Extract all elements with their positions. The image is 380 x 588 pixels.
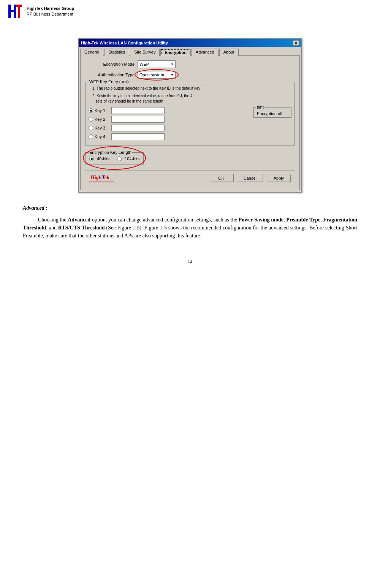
titlebar-buttons: × xyxy=(293,40,299,46)
tab-encryption[interactable]: Encryption xyxy=(160,49,190,56)
tab-site-survey[interactable]: Site Survey xyxy=(130,49,160,56)
key1-label: Key 1: xyxy=(95,108,110,113)
wep-key-group: WEP Key Entry (hex) 1. The radio button … xyxy=(85,82,295,145)
enc-40bits-option: 40-bits xyxy=(89,156,109,161)
page-number: 12 xyxy=(0,255,380,268)
dialog-panel: Encryption Mode WEP ▼ Authentication Typ… xyxy=(80,55,300,190)
screenshot-container: High-Tek Wireless LAN Configuration Util… xyxy=(23,38,357,193)
titlebar: High-Tek Wireless LAN Configuration Util… xyxy=(79,39,301,47)
enc-104bits-option: 104-bits xyxy=(117,156,139,161)
company-name: HighTek Harness Group xyxy=(27,6,74,11)
encryption-mode-label: Encryption Mode xyxy=(85,62,135,66)
cancel-button[interactable]: Cancel xyxy=(237,174,263,182)
keys-column: Key 1: Key 2: xyxy=(89,107,250,142)
auth-type-row: Authentication Type Open system ▼ xyxy=(85,71,295,79)
dialog-buttons-row: HighTek_ OK Cancel Apply xyxy=(85,171,295,185)
apply-button[interactable]: Apply xyxy=(266,174,291,182)
auth-dropdown-arrow-icon: ▼ xyxy=(171,73,174,77)
dropdown-arrow-icon: ▼ xyxy=(171,63,174,66)
enc-key-length-title: Encryption Key Length xyxy=(89,150,132,155)
bold-advanced: Advanced xyxy=(68,217,90,223)
hightek-logo: HighTek_ xyxy=(89,174,114,182)
hint-text: Encryption off xyxy=(257,111,288,116)
key1-input[interactable] xyxy=(111,107,165,114)
enc-key-options: 40-bits 104-bits xyxy=(89,156,139,161)
company-logo xyxy=(8,4,23,19)
section-heading: Advanced : xyxy=(23,204,357,212)
tab-advanced[interactable]: Advanced xyxy=(192,49,218,56)
tab-statistics[interactable]: Statistics xyxy=(104,49,129,56)
encryption-mode-select[interactable]: WEP ▼ xyxy=(138,60,176,68)
body-paragraph: Choosing the Advanced option, you can ch… xyxy=(23,216,357,240)
key4-input[interactable] xyxy=(111,133,165,140)
close-button[interactable]: × xyxy=(293,40,299,46)
enc-104bits-radio[interactable] xyxy=(117,156,122,161)
key2-input[interactable] xyxy=(111,116,165,123)
enc-key-length-section: Encryption Key Length 40-bits 104-bits xyxy=(85,149,295,168)
body-text: Advanced : Choosing the Advanced option,… xyxy=(23,204,357,240)
paragraph-indent: Choosing the Advanced option, you can ch… xyxy=(38,217,239,223)
company-info: HighTek Harness Group RF Business Depart… xyxy=(27,6,74,17)
bold-preamble-type: Preamble Type xyxy=(286,217,320,223)
key2-row: Key 2: xyxy=(89,116,250,123)
svg-rect-2 xyxy=(8,10,16,12)
enc-104bits-label: 104-bits xyxy=(125,156,139,161)
wep-key-group-title: WEP Key Entry (hex) xyxy=(89,79,130,84)
auth-type-value: Open system xyxy=(139,73,164,77)
key4-label: Key 4: xyxy=(95,134,110,139)
encryption-mode-value: WEP xyxy=(139,62,149,66)
svg-rect-4 xyxy=(18,7,20,18)
key4-row: Key 4: xyxy=(89,133,250,140)
win-dialog: High-Tek Wireless LAN Configuration Util… xyxy=(78,38,302,193)
key2-radio[interactable] xyxy=(89,117,93,122)
key4-radio[interactable] xyxy=(89,134,93,139)
keys-hint-area: Key 1: Key 2: xyxy=(89,107,291,142)
titlebar-text: High-Tek Wireless LAN Configuration Util… xyxy=(81,41,168,45)
auth-type-select-wrapper: Open system ▼ xyxy=(138,71,176,79)
enc-40bits-radio[interactable] xyxy=(89,156,94,161)
enc-key-length-oval-wrapper: Encryption Key Length 40-bits 104-bits xyxy=(85,149,144,168)
key2-label: Key 2: xyxy=(95,117,110,122)
tab-about[interactable]: About xyxy=(219,49,239,56)
key3-radio[interactable] xyxy=(89,126,93,130)
enc-key-length-group: Encryption Key Length 40-bits 104-bits xyxy=(85,152,144,164)
hint-title: hint xyxy=(256,105,264,109)
tab-general[interactable]: General xyxy=(80,49,103,56)
key1-row: Key 1: xyxy=(89,107,250,114)
svg-rect-3 xyxy=(16,5,22,7)
key3-input[interactable] xyxy=(111,125,165,131)
page-header: HighTek Harness Group RF Business Depart… xyxy=(0,0,380,23)
tab-bar: General Statistics Site Survey Encryptio… xyxy=(79,47,301,55)
encryption-mode-row: Encryption Mode WEP ▼ xyxy=(85,60,295,68)
wep-note-1: 1. The radio button selected next to the… xyxy=(92,86,291,91)
ok-button[interactable]: OK xyxy=(209,174,234,182)
action-buttons: OK Cancel Apply xyxy=(209,174,291,182)
key3-row: Key 3: xyxy=(89,125,250,131)
content-area: High-Tek Wireless LAN Configuration Util… xyxy=(0,23,380,255)
key3-label: Key 3: xyxy=(95,126,110,130)
department-name: RF Business Department xyxy=(27,11,74,17)
auth-type-select[interactable]: Open system ▼ xyxy=(138,71,176,79)
hint-box: hint Encryption off xyxy=(253,107,291,118)
enc-40bits-label: 40-bits xyxy=(97,156,109,161)
wep-note-2: 2. Keyin the key in hexadecimal value, r… xyxy=(92,93,291,104)
bold-power-saving: Power Saving mode xyxy=(239,217,283,223)
key1-radio[interactable] xyxy=(89,108,93,113)
bold-rts-cts: RTS/CTS Threshold xyxy=(58,225,105,231)
auth-type-label: Authentication Type xyxy=(85,73,135,77)
